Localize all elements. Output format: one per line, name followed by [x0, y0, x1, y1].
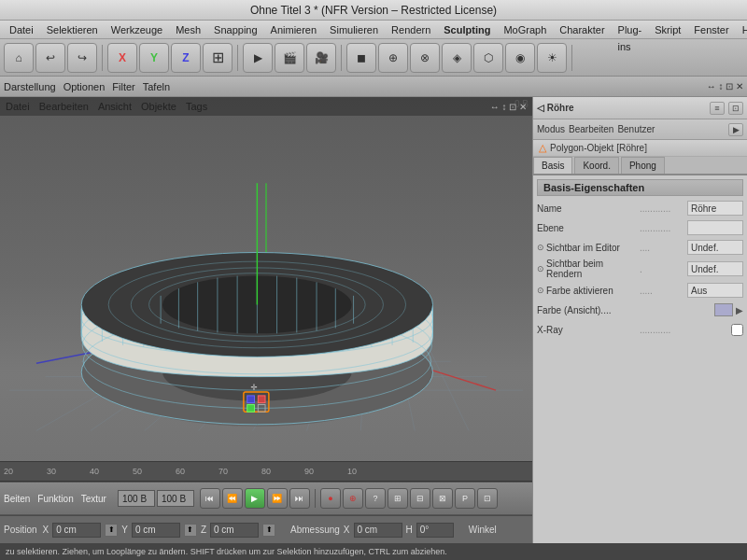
toolbar-y-btn[interactable]: Y [139, 43, 169, 73]
menu-hilfe[interactable]: Hilfe [737, 21, 747, 38]
sub-menu-tafeln[interactable]: Tafeln [143, 81, 170, 92]
pos-x-stepper[interactable]: ⬆ [105, 524, 118, 537]
toolbar-obj2-btn[interactable]: ⊕ [378, 43, 408, 73]
abm-x-field[interactable]: 0 cm [354, 523, 402, 538]
viewport[interactable]: ✛ 0 B Datei Bearbeiten Ansicht Objekte T… [0, 97, 532, 560]
extra-btn1[interactable]: ⊞ [388, 488, 408, 509]
toolbar-sep4 [571, 45, 572, 71]
frame-current[interactable]: 100 B [118, 490, 155, 507]
transport-skip-start[interactable]: ⏮ [200, 488, 220, 509]
mode-bar-close[interactable]: ▶ [728, 123, 743, 136]
menu-plugins[interactable]: Plug-ins [613, 21, 648, 38]
menu-snapping[interactable]: Snapping [208, 21, 263, 38]
menu-animieren[interactable]: Animieren [265, 21, 323, 38]
vp-header-tags[interactable]: Tags [186, 101, 207, 112]
transport-prev-frame[interactable]: ⏪ [222, 488, 243, 509]
prop-sichtbar-render-label: Sichtbar beim Rendern [546, 259, 640, 279]
vp-header-ansicht[interactable]: Ansicht [98, 101, 132, 112]
pos-x-field[interactable]: 0 cm [52, 523, 101, 538]
menu-sculpting[interactable]: Sculpting [438, 21, 496, 38]
extra-btn5[interactable]: ⊡ [477, 488, 498, 509]
toolbar-redo-btn[interactable]: ↪ [67, 43, 97, 73]
toolbar-undo-btn[interactable]: ↩ [35, 43, 65, 73]
mode-btn[interactable]: Modus [537, 124, 565, 134]
toolbar-obj6-btn[interactable]: ◉ [505, 43, 535, 73]
vp-header-datei[interactable]: Datei [6, 101, 30, 112]
toolbar-sep3 [341, 45, 342, 71]
menu-werkzeuge[interactable]: Werkzeuge [106, 21, 168, 38]
sub-menu-filter[interactable]: Filter [112, 81, 134, 92]
prop-farbe-ansicht-label: Farbe (Ansicht).... [537, 305, 640, 315]
prop-sichtbar-render-value[interactable]: Undef. [687, 261, 743, 276]
prop-name-value[interactable] [687, 201, 743, 216]
prop-farbe-aktiv-value[interactable]: Aus [687, 283, 743, 298]
toolbar-mode3-btn[interactable]: 🎥 [306, 43, 336, 73]
section-basis-eigenschaften: Basis-Eigenschaften [537, 179, 743, 196]
ruler-20: 20 [4, 467, 47, 476]
toolbar-mode2-btn[interactable]: 🎬 [275, 43, 304, 73]
toolbar-obj3-btn[interactable]: ⊗ [410, 43, 440, 73]
sub-menu-darstellung[interactable]: Darstellung [4, 81, 56, 92]
h-field[interactable]: 0° [416, 523, 454, 538]
timeline-label-beiten[interactable]: Beiten [4, 494, 30, 504]
mode-key-btn[interactable]: ? [365, 488, 386, 509]
transport-play[interactable]: ▶ [245, 488, 265, 509]
timeline-label-funktion[interactable]: Funktion [37, 494, 73, 504]
timeline-label-textur[interactable]: Textur [81, 494, 106, 504]
toolbar-obj1-btn[interactable]: ◼ [346, 43, 376, 73]
menu-mesh[interactable]: Mesh [170, 21, 206, 38]
pos-z-field[interactable]: 0 cm [210, 523, 259, 538]
toolbar-obj5-btn[interactable]: ⬡ [473, 43, 503, 73]
toolbar-mode1-btn[interactable]: ▶ [243, 43, 273, 73]
toolbar-obj4-btn[interactable]: ◈ [442, 43, 472, 73]
toolbar-z-btn[interactable]: Z [171, 43, 201, 73]
prop-xray-dots: ............ [640, 325, 731, 335]
menu-datei[interactable]: Datei [4, 21, 39, 38]
transport-skip-end[interactable]: ⏭ [289, 488, 310, 509]
viewport-header: Datei Bearbeiten Ansicht Objekte Tags ↔ … [0, 97, 532, 116]
prop-ebene-value[interactable] [687, 220, 743, 235]
menu-charakter[interactable]: Charakter [554, 21, 610, 38]
menu-fenster[interactable]: Fenster [688, 21, 734, 38]
pos-y-stepper[interactable]: ⬆ [184, 524, 197, 537]
pos-z-stepper[interactable]: ⬆ [262, 524, 275, 537]
sub-menu-optionen[interactable]: Optionen [63, 81, 106, 92]
toolbar-obj7-btn[interactable]: ☀ [537, 43, 567, 73]
toolbar-transform-btn[interactable]: ⊞ [203, 43, 233, 73]
menu-simulieren[interactable]: Simulieren [324, 21, 384, 38]
menu-mograph[interactable]: MoGraph [498, 21, 552, 38]
transport-next-frame[interactable]: ⏩ [267, 488, 288, 509]
toolbar-x-btn[interactable]: X [107, 43, 137, 73]
extra-btn2[interactable]: ⊟ [410, 488, 430, 509]
vp-header-objekte[interactable]: Objekte [141, 101, 176, 112]
ruler-90: 90 [304, 467, 347, 476]
prop-sichtbar-render-dots: . [640, 264, 687, 274]
extra-btn3[interactable]: ⊠ [432, 488, 453, 509]
tab-basis[interactable]: Basis [533, 157, 572, 174]
prop-ebene-dots: ............ [640, 223, 687, 233]
ruler-100: 10 [347, 467, 390, 476]
menu-selektieren[interactable]: Selektieren [41, 21, 104, 38]
benutzer-btn[interactable]: Benutzer [617, 124, 655, 134]
record-btn[interactable]: ● [320, 488, 341, 509]
extra-btn4[interactable]: P [455, 488, 475, 509]
prop-farbe-ansicht-swatch[interactable] [714, 303, 733, 316]
panel-close-btn[interactable]: ≡ [710, 102, 725, 115]
panel-expand-btn[interactable]: ⊡ [728, 102, 743, 115]
menu-rendern[interactable]: Rendern [386, 21, 436, 38]
pos-y-field[interactable]: 0 cm [132, 523, 180, 538]
toolbar-home-btn[interactable]: ⌂ [4, 43, 34, 73]
object-label-bar: △ Polygon-Objekt [Röhre] [533, 140, 747, 157]
menu-skript[interactable]: Skript [649, 21, 686, 38]
tab-koord[interactable]: Koord. [574, 157, 618, 174]
ruler-40: 40 [90, 467, 133, 476]
vp-header-bearbeiten[interactable]: Bearbeiten [39, 101, 89, 112]
tab-phong[interactable]: Phong [621, 157, 665, 174]
farbe-arrow[interactable]: ▶ [736, 305, 743, 315]
prop-xray-checkbox[interactable] [731, 324, 743, 336]
prop-sichtbar-editor-value[interactable]: Undef. [687, 240, 743, 255]
frame-end[interactable]: 100 B [157, 490, 194, 507]
auto-key-btn[interactable]: ⊕ [343, 488, 363, 509]
bearbeiten-btn[interactable]: Bearbeiten [569, 124, 613, 134]
mode-bar: Modus Bearbeiten Benutzer ▶ [533, 119, 747, 140]
